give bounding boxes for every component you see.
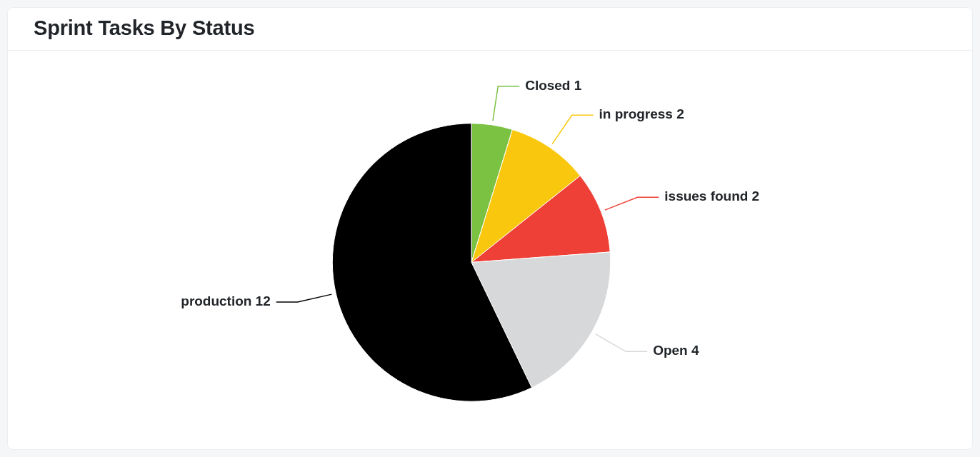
slice-label: Closed 1 (525, 78, 582, 93)
card-header: Sprint Tasks By Status (8, 8, 972, 51)
card-title: Sprint Tasks By Status (34, 16, 955, 40)
leader-line (596, 334, 647, 351)
leader-line (276, 294, 332, 302)
chart-area: Closed 1in progress 2issues found 2Open … (8, 51, 972, 449)
slice-label: issues found 2 (664, 189, 759, 204)
leader-line (493, 86, 519, 121)
sprint-tasks-card: Sprint Tasks By Status Closed 1in progre… (7, 7, 973, 450)
slice-label: production 12 (181, 293, 270, 308)
leader-line (552, 115, 594, 144)
slice-label: Open 4 (653, 343, 699, 358)
leader-line (605, 197, 659, 210)
slice-label: in progress 2 (599, 106, 684, 121)
pie-chart: Closed 1in progress 2issues found 2Open … (8, 51, 972, 449)
